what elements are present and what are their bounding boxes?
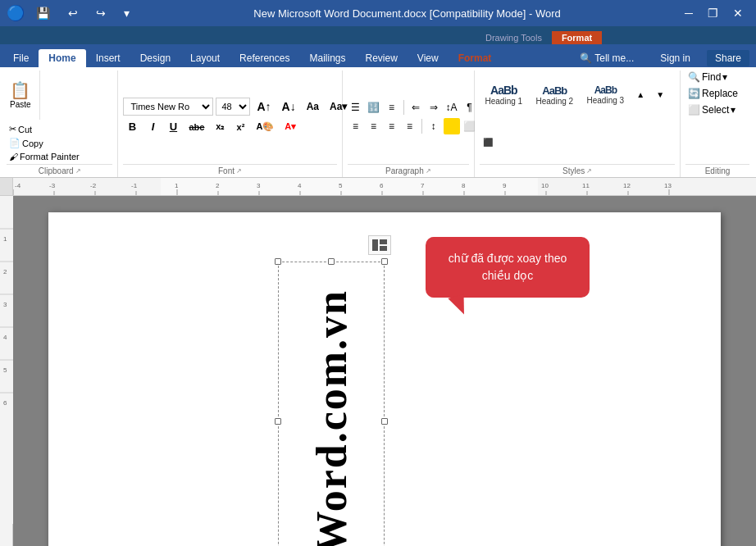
format-painter-btn[interactable]: 🖌 Format Painter	[7, 151, 82, 162]
handle-top-left[interactable]	[275, 258, 281, 265]
styles-expand[interactable]: ⬛	[480, 134, 496, 151]
svg-text:1: 1	[3, 235, 7, 243]
clipboard-label: Clipboard ↗	[7, 164, 112, 177]
highlight-color-btn[interactable]: A🎨	[252, 118, 278, 136]
style-heading1[interactable]: AaBb Heading 1	[480, 82, 527, 107]
tab-mailings[interactable]: Mailings	[299, 49, 355, 67]
title-bar-left: 🔵 💾 ↩ ↪ ▾	[7, 3, 136, 23]
svg-text:12: 12	[623, 182, 631, 189]
line-spacing-btn[interactable]: ↕	[426, 118, 442, 134]
paragraph-expand[interactable]: ↗	[426, 167, 431, 175]
font-shrink-btn[interactable]: A↓	[278, 98, 300, 116]
select-btn[interactable]: ⬜ Select ▾	[685, 103, 738, 116]
font-family-select[interactable]: Times New Ro	[123, 98, 213, 116]
replace-btn[interactable]: 🔄 Replace	[685, 87, 740, 100]
font-size-select[interactable]: 48	[216, 98, 250, 116]
text-box-container[interactable]: ↺ Word.com.vn	[278, 262, 385, 546]
svg-text:-4: -4	[15, 182, 21, 189]
callout-text: chữ đã được xoay theo chiều dọc	[449, 252, 567, 282]
tab-review[interactable]: Review	[355, 49, 407, 67]
close-btn[interactable]: ✕	[726, 3, 749, 23]
svg-text:7: 7	[421, 182, 425, 189]
handle-top-right[interactable]	[381, 258, 388, 265]
redo-btn[interactable]: ↪	[89, 3, 112, 23]
superscript-btn[interactable]: x²	[231, 118, 249, 136]
italic-btn[interactable]: I	[143, 118, 162, 136]
undo-btn[interactable]: ↩	[61, 3, 84, 23]
ribbon-tabs: File Home Insert Design Layout Reference…	[0, 44, 756, 67]
customize-btn[interactable]: ▾	[117, 3, 136, 23]
window-controls: ─ ❐ ✕	[678, 3, 749, 23]
increase-indent-btn[interactable]: ⇒	[426, 99, 442, 116]
tab-format[interactable]: Format	[449, 49, 502, 67]
font-content: Times New Ro 48 A↑ A↓ Aa Aa▾ B I U abc x…	[123, 71, 336, 162]
copy-btn[interactable]: 📄 Copy	[7, 137, 82, 149]
numbering-btn[interactable]: 🔢	[366, 99, 382, 116]
bold-btn[interactable]: B	[123, 118, 141, 136]
style-heading3[interactable]: AaBb Heading 3	[581, 83, 629, 107]
tab-references[interactable]: References	[230, 49, 299, 67]
underline-btn[interactable]: U	[164, 118, 182, 136]
editing-label: Editing	[685, 164, 749, 177]
style-heading2[interactable]: AaBb Heading 2	[531, 83, 578, 107]
tab-home[interactable]: Home	[39, 49, 85, 67]
text-box-content: Word.com.vn	[283, 266, 380, 546]
styles-content: AaBb Heading 1 AaBb Heading 2 AaBb Headi…	[480, 71, 675, 162]
sort-btn[interactable]: ↕A	[444, 99, 460, 116]
multilevel-btn[interactable]: ≡	[384, 99, 400, 116]
svg-text:13: 13	[664, 182, 672, 189]
align-right-btn[interactable]: ≡	[384, 118, 400, 134]
bullets-btn[interactable]: ☰	[348, 99, 364, 116]
font-color-btn[interactable]: A▾	[280, 118, 300, 136]
paste-btn[interactable]: 📋 Paste	[7, 71, 34, 120]
find-icon: 🔍	[688, 71, 700, 83]
replace-icon: 🔄	[688, 88, 700, 99]
strikethrough-btn[interactable]: abc	[184, 118, 208, 136]
subscript-btn[interactable]: x₂	[211, 118, 229, 136]
decrease-indent-btn[interactable]: ⇐	[408, 99, 424, 116]
styles-label: Styles ↗	[480, 164, 675, 177]
clipboard-group: 📋 Paste ✂ Cut 📄 Copy 🖌 Format Painter Cl…	[2, 71, 118, 177]
font-expand[interactable]: ↗	[236, 167, 242, 175]
editing-group: 🔍 Find ▾ 🔄 Replace ⬜ Select ▾ Editing	[681, 71, 754, 177]
svg-text:2: 2	[216, 182, 220, 189]
styles-scroll-down[interactable]: ▼	[652, 87, 668, 103]
styles-expand-btn[interactable]: ↗	[586, 167, 592, 175]
clipboard-expand[interactable]: ↗	[75, 167, 81, 175]
tell-me-btn[interactable]: 🔍 Tell me...	[570, 49, 644, 67]
sign-in-btn[interactable]: Sign in	[650, 49, 700, 67]
align-left-btn[interactable]: ≡	[348, 118, 364, 134]
justify-btn[interactable]: ≡	[402, 118, 418, 134]
tab-view[interactable]: View	[408, 49, 449, 67]
minimize-btn[interactable]: ─	[678, 3, 699, 23]
ruler-body: -4 -3 -2 -1 1 2 3 4 5 6 7 8 9	[13, 178, 756, 196]
tab-file[interactable]: File	[3, 49, 39, 67]
svg-rect-49	[380, 239, 387, 244]
word-icon: 🔵	[7, 4, 25, 22]
restore-btn[interactable]: ❐	[701, 3, 725, 23]
clipboard-content: 📋 Paste ✂ Cut 📄 Copy 🖌 Format Painter	[7, 71, 112, 162]
paragraph-group: ☰ 🔢 ≡ ⇐ ⇒ ↕A ¶ ≡ ≡ ≡ ≡ ↕ ⬜	[343, 71, 476, 177]
styles-scroll-up[interactable]: ▲	[632, 87, 649, 103]
save-quick-btn[interactable]: 💾	[30, 3, 57, 23]
cut-btn[interactable]: ✂ Cut	[7, 123, 82, 135]
align-center-btn[interactable]: ≡	[366, 118, 382, 134]
handle-middle-left[interactable]	[275, 418, 281, 425]
find-btn[interactable]: 🔍 Find ▾	[685, 71, 730, 84]
horizontal-ruler: -4 -3 -2 -1 1 2 3 4 5 6 7 8 9	[0, 178, 756, 196]
svg-text:8: 8	[462, 182, 466, 189]
tab-design[interactable]: Design	[130, 49, 180, 67]
font-grow-btn[interactable]: A↑	[253, 98, 275, 116]
share-btn[interactable]: Share	[707, 50, 749, 66]
shading-btn[interactable]	[444, 118, 460, 134]
format-context-tab[interactable]: Format	[552, 31, 602, 44]
clear-format-btn[interactable]: Aa	[303, 98, 323, 116]
tab-layout[interactable]: Layout	[180, 49, 230, 67]
svg-text:-2: -2	[90, 182, 97, 189]
layout-options-btn[interactable]	[368, 235, 391, 255]
svg-text:5: 5	[339, 182, 343, 189]
editing-content: 🔍 Find ▾ 🔄 Replace ⬜ Select ▾	[685, 71, 749, 162]
handle-top-center[interactable]	[328, 258, 335, 265]
tab-insert[interactable]: Insert	[86, 49, 130, 67]
handle-middle-right[interactable]	[381, 418, 388, 425]
